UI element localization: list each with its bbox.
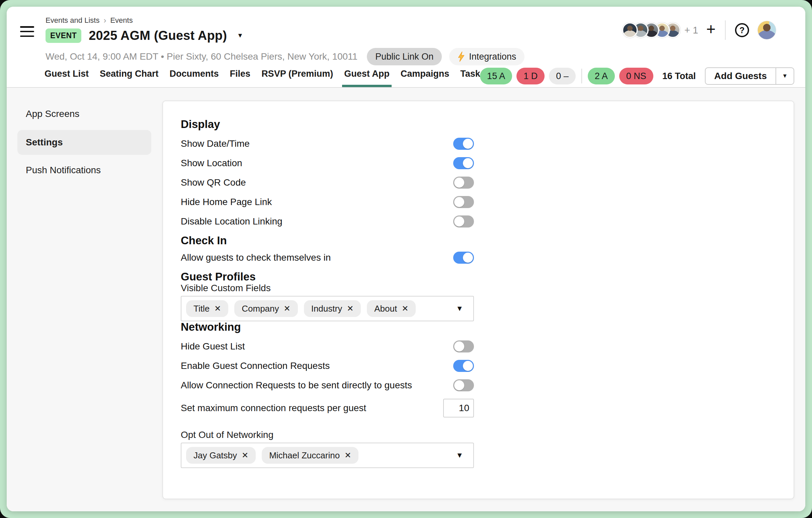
chip-label: Jay Gatsby xyxy=(194,450,237,461)
help-icon[interactable]: ? xyxy=(735,23,749,37)
remove-chip-icon[interactable]: ✕ xyxy=(347,305,353,312)
lightning-icon xyxy=(458,52,465,62)
remove-chip-icon[interactable]: ✕ xyxy=(284,305,291,312)
breadcrumb: Events and Lists › Events xyxy=(46,16,133,25)
chevron-right-icon: › xyxy=(104,17,106,24)
section-heading-check-in: Check In xyxy=(181,235,474,246)
sidebar-item-settings[interactable]: Settings xyxy=(18,130,151,155)
add-guests-button[interactable]: Add Guests xyxy=(705,68,776,84)
toggle-hide-guest-list[interactable] xyxy=(453,340,474,353)
sidebar: App Screens Settings Push Notifications xyxy=(7,88,162,511)
chip-label: About xyxy=(374,304,397,314)
event-type-badge: EVENT xyxy=(46,28,81,43)
user-avatar[interactable] xyxy=(758,21,776,39)
toggle-show-location[interactable] xyxy=(453,157,474,169)
chip-label: Industry xyxy=(311,304,342,314)
chip-michael-zuccarino: Michael Zuccarino✕ xyxy=(262,447,358,464)
event-meta-row: Wed, Oct 14, 9:00 AM EDT • Pier Sixty, 6… xyxy=(46,48,524,66)
status-pill[interactable]: 15 A xyxy=(480,68,512,84)
public-link-pill[interactable]: Public Link On xyxy=(367,48,442,65)
collaborator-avatar-stack[interactable] xyxy=(622,23,680,38)
setting-row: Hide Home Page Link xyxy=(181,196,474,208)
guest-counts-cluster: 15 A 1 D 0 – 2 A 0 NS 16 Total Add Guest… xyxy=(480,67,794,85)
toggle-enable-connection-requests[interactable] xyxy=(453,360,474,372)
chip-label: Company xyxy=(242,304,279,314)
remove-chip-icon[interactable]: ✕ xyxy=(344,451,351,459)
opt-out-networking-select[interactable]: Jay Gatsby✕ Michael Zuccarino✕ ▼ xyxy=(181,443,474,468)
opt-out-networking-label: Opt Out of Networking xyxy=(181,429,474,441)
select-caret-down-icon[interactable]: ▼ xyxy=(456,451,463,460)
toggle-direct-connection-requests[interactable] xyxy=(453,379,474,391)
setting-row: Show Date/Time xyxy=(181,138,474,150)
setting-row: Allow guests to check themselves in xyxy=(181,252,474,264)
remove-chip-icon[interactable]: ✕ xyxy=(214,305,221,312)
max-connection-requests-input[interactable] xyxy=(443,399,474,417)
visible-custom-fields-select[interactable]: Title✕ Company✕ Industry✕ About✕ ▼ xyxy=(181,296,474,321)
toggle-self-check-in[interactable] xyxy=(453,252,474,264)
collaborator-overflow-count: + 1 xyxy=(685,25,698,36)
max-connection-requests-label: Set maximum connection requests per gues… xyxy=(181,403,366,413)
hamburger-menu-icon[interactable] xyxy=(20,26,34,37)
status-pill[interactable]: 0 NS xyxy=(619,68,654,84)
setting-row: Disable Location Linking xyxy=(181,215,474,227)
setting-row: Set maximum connection requests per gues… xyxy=(181,399,474,417)
tab-campaigns[interactable]: Campaigns xyxy=(401,69,450,87)
toggle-show-date-time[interactable] xyxy=(453,138,474,150)
add-guests-caret-down-icon[interactable]: ▼ xyxy=(776,68,793,84)
status-pill[interactable]: 1 D xyxy=(517,68,545,84)
toggle-knob xyxy=(454,342,464,352)
section-heading-display: Display xyxy=(181,118,474,130)
total-guests-label: 16 Total xyxy=(662,71,696,81)
setting-label: Show QR Code xyxy=(181,177,246,188)
sidebar-item-app-screens[interactable]: App Screens xyxy=(18,103,151,125)
integrations-label: Integrations xyxy=(469,52,516,62)
toggle-knob xyxy=(463,139,473,149)
tab-guest-list[interactable]: Guest List xyxy=(45,69,89,87)
header-right-cluster: + 1 + ? xyxy=(622,20,776,41)
setting-row: Enable Guest Connection Requests xyxy=(181,360,474,372)
toggle-knob xyxy=(463,158,473,168)
toggle-knob xyxy=(454,178,464,188)
chip-label: Title xyxy=(194,304,209,314)
tab-files[interactable]: Files xyxy=(230,69,251,87)
sidebar-item-push-notifications[interactable]: Push Notifications xyxy=(18,159,151,182)
toggle-knob xyxy=(454,216,464,226)
setting-label: Allow guests to check themselves in xyxy=(181,252,331,263)
event-datetime-location: Wed, Oct 14, 9:00 AM EDT • Pier Sixty, 6… xyxy=(46,51,357,62)
header-divider xyxy=(725,21,726,40)
tab-bar: Guest List Seating Chart Documents Files… xyxy=(45,69,485,87)
title-caret-down-icon[interactable]: ▼ xyxy=(237,32,243,39)
add-collaborator-button[interactable]: + xyxy=(706,21,716,39)
collaborator-avatar[interactable] xyxy=(622,23,638,38)
body-area: App Screens Settings Push Notifications … xyxy=(7,88,805,511)
app-window: Events and Lists › Events EVENT 2025 AGM… xyxy=(7,7,805,511)
tab-rsvp-premium[interactable]: RSVP (Premium) xyxy=(261,69,333,87)
tab-documents[interactable]: Documents xyxy=(170,69,219,87)
status-pill[interactable]: 2 A xyxy=(588,68,615,84)
toggle-show-qr-code[interactable] xyxy=(453,176,474,189)
chip-industry: Industry✕ xyxy=(304,300,361,317)
setting-row: Allow Connection Requests to be sent dir… xyxy=(181,379,474,391)
integrations-pill[interactable]: Integrations xyxy=(449,48,524,65)
tab-seating-chart[interactable]: Seating Chart xyxy=(100,69,158,87)
select-caret-down-icon[interactable]: ▼ xyxy=(456,304,463,313)
toggle-knob xyxy=(463,253,473,263)
toggle-disable-location-linking[interactable] xyxy=(453,215,474,227)
remove-chip-icon[interactable]: ✕ xyxy=(402,305,408,312)
remove-chip-icon[interactable]: ✕ xyxy=(242,451,248,459)
setting-row: Show QR Code xyxy=(181,176,474,189)
breadcrumb-events[interactable]: Events xyxy=(110,16,133,25)
status-pill[interactable]: 0 – xyxy=(549,68,576,84)
setting-label: Hide Home Page Link xyxy=(181,197,272,208)
page-title: 2025 AGM (Guest App) xyxy=(89,28,227,43)
section-heading-networking: Networking xyxy=(181,321,474,332)
toggle-knob xyxy=(454,197,464,207)
visible-custom-fields-label: Visible Custom Fields xyxy=(181,282,474,294)
tab-guest-app[interactable]: Guest App xyxy=(344,69,389,87)
title-row: EVENT 2025 AGM (Guest App) ▼ xyxy=(46,27,243,44)
settings-panel: Display Show Date/Time Show Location Sho… xyxy=(162,101,794,499)
header: Events and Lists › Events EVENT 2025 AGM… xyxy=(7,7,805,88)
counts-divider xyxy=(581,69,582,83)
toggle-hide-home-page-link[interactable] xyxy=(453,196,474,208)
breadcrumb-events-and-lists[interactable]: Events and Lists xyxy=(46,16,99,25)
